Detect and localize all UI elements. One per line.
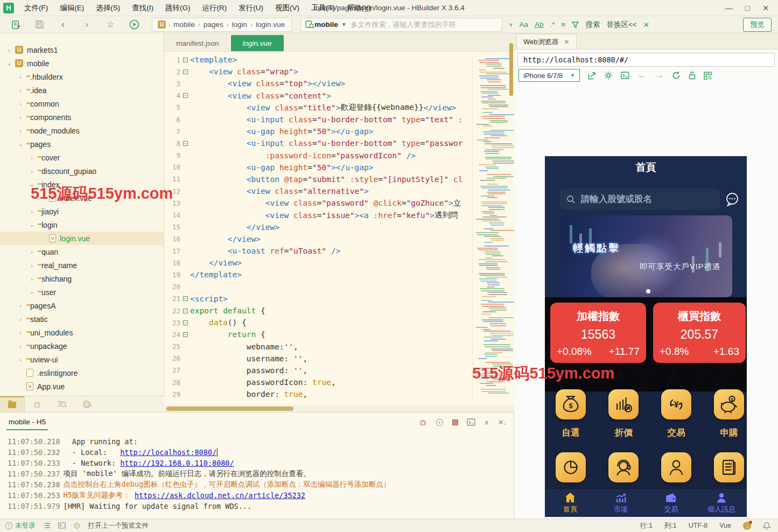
line-number[interactable]: 25 <box>164 342 180 351</box>
chevron-right-icon[interactable]: › <box>28 289 36 296</box>
open-external-icon[interactable] <box>588 72 596 80</box>
chevron-right-icon[interactable]: › <box>28 276 36 282</box>
list-icon[interactable]: ≡ <box>562 20 566 29</box>
fold-toggle-icon[interactable]: – <box>180 69 190 74</box>
line-number[interactable]: 1 <box>164 56 180 64</box>
tree-item-.eslintignore[interactable]: .eslintignore <box>0 366 163 380</box>
tree-item-quan[interactable]: ›quan <box>0 245 163 258</box>
tree-item-App.vue[interactable]: VApp.vue <box>0 380 163 393</box>
menu-r[interactable]: 运行(R) <box>197 0 233 16</box>
global-search-bar[interactable]: mobile▼ 多文件搜索，请输入要查找的字符 <box>300 18 502 32</box>
browser-tab[interactable]: Web浏览器 ✕ <box>516 34 577 49</box>
chevron-right-icon[interactable]: › <box>17 74 24 80</box>
favorite-star-icon[interactable]: ☆ <box>102 18 118 31</box>
search-input[interactable]: 多文件搜索，请输入要查找的字符 <box>351 20 456 30</box>
whole-word-icon[interactable]: Ab <box>535 20 544 29</box>
chevron-right-icon[interactable]: › <box>28 208 36 215</box>
chevron-right-icon[interactable]: › <box>28 262 36 269</box>
tree-item-uview-ui[interactable]: ›uview-ui <box>0 353 163 366</box>
line-number[interactable]: 27 <box>164 366 180 374</box>
tree-item-.hbuilderx[interactable]: ›.hbuilderx <box>0 70 163 83</box>
tree-item-pages[interactable]: ⌄pages <box>0 137 163 151</box>
url-bar[interactable]: http://localhost:8080/#/ <box>517 53 775 67</box>
tree-item-unpackage[interactable]: ›unpackage <box>0 339 163 353</box>
menu-g[interactable]: 跳转(G) <box>159 0 197 16</box>
line-number[interactable]: 10 <box>164 163 180 171</box>
chevron-right-icon[interactable]: › <box>17 114 24 121</box>
search-tab[interactable] <box>50 396 74 412</box>
cursor-line[interactable]: 行:1 <box>640 521 653 530</box>
tree-item-shichang[interactable]: ›shichang <box>0 272 163 285</box>
chevron-right-icon[interactable]: › <box>17 87 24 94</box>
index-card-otc[interactable]: 櫃買指數205.57+0.8%+1.63 <box>653 303 746 363</box>
chevron-right-icon[interactable]: › <box>17 128 24 134</box>
line-number[interactable]: 7 <box>164 128 180 136</box>
restart-icon[interactable] <box>436 418 444 426</box>
tree-item-login.vue[interactable]: Vlogin.vue <box>0 232 163 245</box>
tree-item-.idea[interactable]: ›.idea <box>0 83 163 97</box>
tree-item-uni_modules[interactable]: ›uni_modules <box>0 326 163 339</box>
line-number[interactable]: 28 <box>164 379 180 387</box>
cursor-col[interactable]: 列:1 <box>664 521 677 530</box>
menu-i[interactable]: 查找(I) <box>126 0 159 16</box>
login-status[interactable]: ! 未登录 <box>5 521 36 530</box>
feature-bar-growth[interactable]: 折價 <box>603 389 644 439</box>
match-case-icon[interactable]: Aa <box>519 20 528 29</box>
line-number[interactable]: 29 <box>164 390 180 398</box>
collapse-panel-icon[interactable]: ∧ <box>484 418 489 426</box>
tree-item-node_modules[interactable]: ›node_modules <box>0 124 163 137</box>
index-card-weighted[interactable]: 加權指數15563+0.08%+11.77 <box>550 303 646 363</box>
fold-toggle-icon[interactable]: – <box>180 309 190 313</box>
minimap-scroll-thumb[interactable] <box>509 43 513 96</box>
line-number[interactable]: 19 <box>164 271 180 279</box>
tree-item-real_name[interactable]: ›real_name <box>0 258 163 272</box>
fold-toggle-icon[interactable]: – <box>180 141 190 146</box>
feature-piggy-bank[interactable]: $申購 <box>709 389 747 439</box>
line-number[interactable]: 5 <box>164 103 180 111</box>
fold-toggle-icon[interactable]: – <box>180 296 190 301</box>
line-number[interactable]: 11 <box>164 175 180 183</box>
tree-item-pagesA[interactable]: ›pagesA <box>0 299 163 312</box>
breadcrumb-item[interactable]: mobile <box>173 20 195 29</box>
menu-s[interactable]: 选择(S) <box>90 0 126 16</box>
console-tab[interactable]: mobile - H5 <box>6 415 48 430</box>
chevron-right-icon[interactable]: › <box>17 330 24 336</box>
menu-u[interactable]: 发行(U) <box>233 0 269 16</box>
chevron-right-icon[interactable]: › <box>28 249 36 255</box>
minimap[interactable] <box>472 54 514 400</box>
tree-item-user[interactable]: ›user <box>0 285 163 299</box>
language-mode[interactable]: Vue <box>719 522 731 529</box>
horizontal-scrollbar[interactable] <box>164 405 514 412</box>
chevron-right-icon[interactable]: › <box>17 316 24 323</box>
tab-profile[interactable]: 個人訊息 <box>696 489 747 517</box>
fold-toggle-icon[interactable]: – <box>180 320 190 325</box>
tab-wallet[interactable]: 交易 <box>646 489 697 517</box>
line-number[interactable]: 15 <box>164 223 180 231</box>
devtools-icon[interactable] <box>621 72 629 79</box>
console-link[interactable]: http://localhost:8080/ <box>120 448 216 457</box>
line-number[interactable]: 6 <box>164 116 180 124</box>
editor-tab-login.vue[interactable]: login.vue <box>231 35 284 51</box>
code-editor[interactable]: manifest.jsonlogin.vue 1–<template>2– <v… <box>164 33 514 412</box>
feature-yen-exchange[interactable]: ¥交易 <box>656 389 697 439</box>
code-area[interactable]: 1–<template>2– <view class="wrap">3 <vie… <box>164 54 472 400</box>
fold-toggle-icon[interactable]: – <box>180 58 190 62</box>
line-number[interactable]: 21 <box>164 295 180 303</box>
line-number[interactable]: 17 <box>164 247 180 255</box>
line-number[interactable]: 22 <box>164 307 180 315</box>
encoding[interactable]: UTF-8 <box>689 522 707 529</box>
customer-service-chat-icon[interactable] <box>723 190 741 208</box>
web-tab[interactable] <box>74 396 99 412</box>
update-download-icon[interactable]: ↓ <box>743 522 751 530</box>
nav-forward-icon[interactable]: → <box>655 70 664 81</box>
chevron-down-icon[interactable]: ⌄ <box>17 141 24 148</box>
console-toggle-icon[interactable] <box>58 522 66 529</box>
breadcrumb-item[interactable]: login.vue <box>256 20 285 29</box>
line-number[interactable]: 23 <box>164 319 180 327</box>
explorer-tab[interactable] <box>0 396 25 412</box>
device-selector[interactable]: iPhone 6/7/8▼ <box>518 69 580 82</box>
new-file-icon[interactable] <box>8 18 24 31</box>
filter-icon[interactable] <box>572 22 579 28</box>
menu-f[interactable]: 文件(F) <box>18 0 54 16</box>
open-prev-preview[interactable]: 打开上一个预览文件 <box>88 521 149 530</box>
